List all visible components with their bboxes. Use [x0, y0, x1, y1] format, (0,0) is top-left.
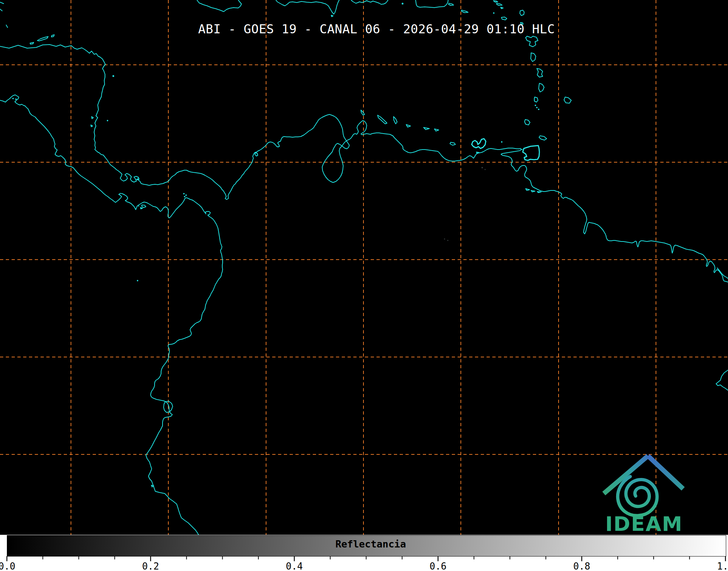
island-margarita — [472, 139, 486, 148]
island-dominica — [531, 53, 536, 62]
island-hispaniola-tiny — [331, 15, 333, 17]
island-st-lucia — [539, 83, 544, 92]
cloud-speck — [444, 239, 445, 240]
island-st-croix — [462, 10, 468, 13]
island-providencia — [113, 75, 114, 77]
island-la-tortuga — [450, 142, 455, 145]
island-st-barth — [501, 7, 503, 9]
island-barbados — [564, 97, 571, 103]
island-blanquilla — [501, 141, 502, 143]
island-hispaniola-east — [351, 0, 388, 4]
island-pearl-lagoon-1 — [92, 117, 93, 119]
coast-fragment-nw-1 — [0, 2, 4, 4]
colorbar-tick-label: 0.0 — [0, 561, 29, 571]
island-guadeloupe — [526, 36, 538, 47]
island-dragons-mouth — [522, 149, 523, 150]
island-los-roques-1 — [406, 125, 411, 127]
island-roatan — [37, 37, 48, 41]
satellite-image: IDEAM ABI - GOES 19 - CANAL 06 - 2026-04… — [0, 0, 728, 571]
island-grenadine-1 — [535, 105, 536, 106]
island-coiba — [142, 205, 146, 207]
coastline-pacific — [0, 95, 223, 535]
island-vieques — [449, 3, 454, 5]
island-grenada — [525, 119, 530, 125]
island-trinidad — [523, 146, 539, 160]
ideam-logo: IDEAM — [604, 456, 683, 535]
island-grenadine-3 — [538, 109, 539, 110]
island-hispaniola-west — [276, 0, 339, 14]
island-st-vincent — [534, 97, 538, 102]
island-pearl-lagoon-2 — [91, 125, 93, 127]
island-corn — [107, 120, 108, 121]
island-fonseca-2 — [15, 98, 17, 100]
island-chiriqui — [138, 206, 139, 207]
island-antigua — [520, 10, 524, 16]
colorbar-area: Reflectancia 0.00.20.40.60.81.0 — [0, 535, 728, 571]
island-anguilla — [497, 3, 502, 5]
coast-fragment-nw-2 — [0, 9, 2, 11]
island-bocas — [136, 179, 139, 180]
colorbar-tick-label: 0.2 — [129, 561, 172, 571]
colorbar-ticks — [0, 535, 728, 571]
island-aruba — [361, 110, 365, 115]
coastline-amapa-fragment — [716, 370, 728, 390]
island-beata — [402, 3, 404, 5]
island-saba — [493, 12, 495, 14]
island-pearl-1 — [183, 193, 185, 194]
coastline-caribbean-mainland — [0, 45, 728, 282]
island-bonaire — [394, 117, 397, 124]
island-cebaco — [140, 207, 143, 209]
image-title: ABI - GOES 19 - CANAL 06 - 2026-04-29 01… — [0, 22, 728, 36]
colorbar-tick-label: 0.6 — [416, 561, 460, 571]
colorbar-tick-label: 0.8 — [560, 561, 603, 571]
cloud-speck — [447, 240, 449, 241]
map-canvas: IDEAM — [0, 0, 728, 535]
delta-islet-3 — [537, 192, 541, 193]
delta-islet-1 — [526, 189, 530, 190]
island-fonseca-1 — [12, 98, 14, 99]
cloud-speck — [485, 169, 486, 170]
logo-hurricane-spiral — [618, 476, 657, 516]
island-pearl-3 — [184, 196, 185, 197]
island-malpelo — [137, 280, 138, 281]
island-pearl-2 — [185, 194, 187, 196]
island-grenadine-2 — [536, 107, 538, 108]
cloud-speck — [481, 167, 483, 168]
colorbar-tick-label: 0.4 — [273, 561, 316, 571]
latlon-grid — [0, 0, 728, 535]
island-tobago — [539, 136, 547, 140]
island-los-roques-2 — [424, 127, 429, 130]
island-puerto-rico — [416, 0, 448, 8]
coastlines — [0, 0, 728, 535]
delta-islet-2 — [531, 190, 535, 192]
island-curacao — [378, 115, 387, 124]
island-barbuda — [501, 17, 507, 20]
island-utila — [30, 42, 34, 44]
logo-text: IDEAM — [605, 512, 683, 535]
island-martinique — [537, 68, 543, 77]
colorbar-tick-label: 1.0 — [704, 561, 728, 571]
island-st-martin — [493, 1, 498, 2]
island-orchila — [434, 129, 439, 131]
island-jamaica — [197, 0, 241, 12]
